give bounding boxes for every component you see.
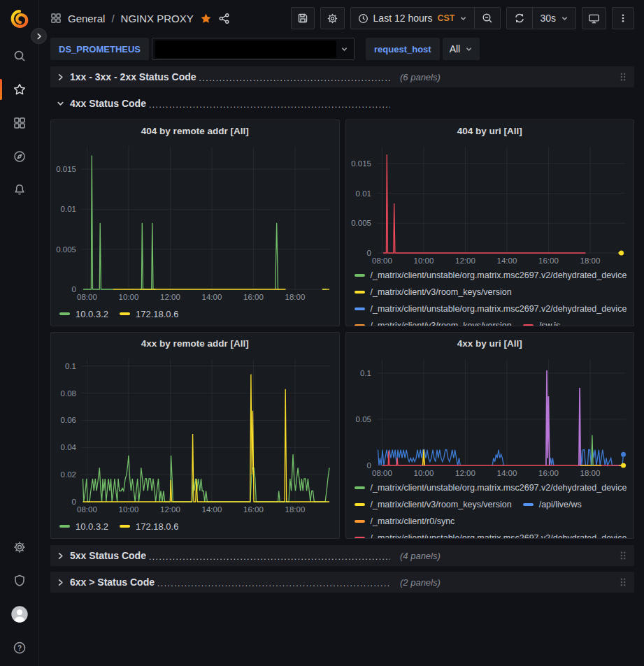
breadcrumb: General / NGINX PROXY	[50, 13, 230, 24]
panel-title[interactable]: 4xx by remote addr [All]	[51, 333, 339, 354]
legend-item[interactable]: /_matrix/client/unstable/org.matrix.msc2…	[355, 530, 627, 538]
legend-item[interactable]: /_matrix/client/r0/sync	[355, 513, 455, 530]
cycle-view-mode-button[interactable]	[582, 7, 606, 29]
zoom-out-icon	[482, 13, 493, 24]
chevron-right-icon	[56, 578, 65, 587]
search-icon	[13, 49, 27, 63]
sidebar-item-explore[interactable]	[0, 140, 38, 173]
refresh-interval-picker[interactable]: 30s	[532, 8, 575, 29]
legend-swatch	[355, 520, 365, 523]
time-range-picker[interactable]: Last 12 hours CST	[351, 8, 475, 29]
legend-item[interactable]: /sw.js	[523, 317, 561, 326]
drag-handle-icon[interactable]	[619, 550, 627, 561]
legend-item[interactable]: /_matrix/client/unstable/org.matrix.msc2…	[355, 267, 627, 284]
legend-item[interactable]: /_matrix/client/v3/room_keys/version	[355, 284, 512, 301]
legend-item[interactable]: /_matrix/client/v3/room_keys/version	[355, 496, 512, 513]
shield-icon	[13, 574, 27, 588]
svg-text:16:00: 16:00	[538, 256, 559, 265]
drag-handle-icon[interactable]	[619, 577, 627, 588]
zoom-out-time-button[interactable]	[474, 8, 500, 29]
legend-item[interactable]: /_matrix/client/unstable/org.matrix.msc2…	[355, 479, 627, 496]
gear-icon	[13, 540, 27, 554]
top-navbar: General / NGINX PROXY La	[39, 0, 644, 36]
chevron-down-icon	[561, 15, 568, 22]
sidebar-item-search[interactable]	[0, 39, 38, 73]
timeseries-plot[interactable]: 08:0010:0012:0014:0016:0018:0000.0050.01…	[346, 141, 634, 267]
legend-label: /_matrix/client/unstable/org.matrix.msc2…	[371, 270, 627, 280]
legend-item[interactable]: 10.0.3.2	[59, 516, 108, 537]
legend-item[interactable]: 10.0.3.2	[59, 303, 108, 324]
sidebar-item-alerting[interactable]	[0, 173, 38, 207]
sidebar-item-profile[interactable]	[0, 598, 38, 631]
legend-label: 172.18.0.6	[136, 309, 178, 319]
legend-label: 10.0.3.2	[76, 521, 108, 532]
save-dashboard-button[interactable]	[291, 7, 315, 29]
timezone-label: CST	[437, 13, 455, 23]
legend-item[interactable]: /_matrix/client/unstable/org.matrix.msc2…	[355, 301, 627, 317]
legend-item[interactable]: 172.18.0.6	[120, 516, 178, 537]
legend-item[interactable]: 172.18.0.6	[120, 303, 178, 324]
refresh-icon	[514, 13, 525, 24]
more-options-button[interactable]	[612, 7, 634, 29]
main-area: General / NGINX PROXY La	[39, 0, 644, 666]
timeseries-plot[interactable]: 08:0010:0012:0014:0016:0018:0000.0050.01…	[51, 141, 339, 303]
svg-text:08:00: 08:00	[77, 293, 97, 301]
share-alt-icon[interactable]	[218, 13, 230, 24]
monitor-icon	[588, 13, 600, 24]
chevron-right-icon	[56, 551, 65, 560]
panel-legend: 10.0.3.2172.18.0.6	[51, 303, 339, 326]
request-host-label[interactable]: request_host	[366, 38, 440, 60]
panel-title[interactable]: 404 by uri [All]	[346, 120, 634, 141]
panel-404-by-uri: 404 by uri [All] 08:0010:0012:0014:0016:…	[345, 120, 635, 326]
grafana-logo[interactable]	[9, 8, 30, 29]
compass-icon	[13, 150, 27, 164]
ds-prometheus-select[interactable]	[152, 38, 355, 60]
dashboard-settings-button[interactable]	[320, 7, 345, 29]
breadcrumb-section[interactable]: General	[68, 13, 105, 24]
legend-swatch	[355, 291, 365, 294]
sidebar: ?	[0, 0, 39, 666]
panel-title[interactable]: 404 by remote addr [All]	[51, 120, 339, 141]
svg-text:08:00: 08:00	[372, 469, 392, 477]
timeseries-plot[interactable]: 08:0010:0012:0014:0016:0018:0000.050.1	[346, 354, 634, 479]
legend-swatch	[120, 312, 130, 315]
sidebar-expand-button[interactable]	[31, 28, 47, 44]
row-6xx-status-code[interactable]: 6xx > Status Code ......................…	[50, 572, 634, 593]
svg-text:0.1: 0.1	[65, 362, 76, 370]
sidebar-nav	[0, 39, 38, 207]
legend-label: 10.0.3.2	[76, 309, 108, 319]
svg-text:0.005: 0.005	[351, 219, 371, 227]
panel-title[interactable]: 4xx by uri [All]	[346, 333, 634, 354]
drag-handle-icon[interactable]	[619, 71, 627, 82]
svg-text:10:00: 10:00	[119, 293, 139, 301]
kebab-icon	[618, 13, 628, 24]
sidebar-item-server-admin[interactable]	[0, 564, 38, 598]
row-title: 1xx - 3xx - 2xx Status Code	[70, 71, 196, 82]
legend-label: /_matrix/client/unstable/org.matrix.msc2…	[371, 304, 627, 314]
refresh-button[interactable]	[507, 8, 532, 29]
row-4xx-status-code[interactable]: 4xx Status Code ........................…	[50, 93, 634, 114]
ds-prometheus-label[interactable]: DS_PROMETHEUS	[50, 38, 149, 60]
row-title: 4xx Status Code	[70, 98, 146, 109]
sidebar-item-configuration[interactable]	[0, 530, 38, 564]
page-title[interactable]: NGINX PROXY	[121, 13, 194, 24]
svg-text:14:00: 14:00	[202, 293, 222, 301]
chevron-down-icon	[341, 45, 348, 53]
apps-grid-icon	[13, 116, 27, 130]
timeseries-plot[interactable]: 08:0010:0012:0014:0016:0018:0000.020.040…	[51, 354, 339, 516]
legend-item[interactable]: /_matrix/client/v3/room_keys/version	[355, 317, 512, 326]
request-host-select[interactable]: All	[443, 38, 480, 60]
clock-icon	[358, 13, 368, 24]
legend-swatch	[59, 525, 70, 528]
sidebar-item-dashboards[interactable]	[0, 106, 38, 140]
row-5xx-status-code[interactable]: 5xx Status Code ........................…	[50, 545, 634, 566]
legend-item[interactable]: /api/live/ws	[523, 496, 582, 513]
legend-swatch	[355, 486, 365, 489]
star-filled-icon[interactable]	[200, 13, 212, 24]
svg-text:08:00: 08:00	[372, 256, 392, 265]
sidebar-item-help[interactable]: ?	[0, 631, 38, 665]
svg-text:0.05: 0.05	[355, 415, 371, 424]
row-1xx-3xx-2xx-status-code[interactable]: 1xx - 3xx - 2xx Status Code ............…	[50, 66, 634, 87]
sidebar-item-starred[interactable]	[0, 73, 38, 106]
row-header: 1xx - 3xx - 2xx Status Code ............…	[56, 71, 390, 82]
